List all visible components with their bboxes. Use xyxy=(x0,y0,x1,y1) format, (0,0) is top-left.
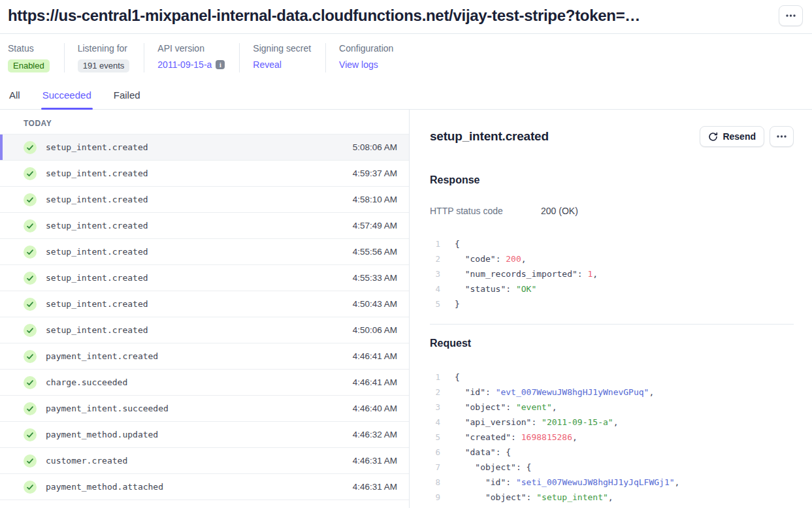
event-time: 4:46:32 AM xyxy=(353,430,397,439)
code-line: 6 "data": { xyxy=(430,445,794,460)
event-row[interactable]: setup_intent.created4:50:43 AM xyxy=(0,291,409,317)
event-name: payment_intent.created xyxy=(46,351,353,361)
meta-signing-secret: Signing secretReveal xyxy=(239,43,325,72)
code-text: "object": { xyxy=(455,460,531,475)
event-time: 4:50:43 AM xyxy=(353,299,397,309)
event-name: charge.succeeded xyxy=(46,377,353,387)
event-row[interactable]: payment_intent.succeeded4:46:40 AM xyxy=(0,396,409,422)
event-row[interactable]: setup_intent.created4:59:37 AM xyxy=(0,161,409,187)
event-row[interactable]: setup_intent.created4:55:56 AM xyxy=(0,239,409,265)
resend-button[interactable]: Resend xyxy=(700,126,764,147)
detail-actions: Resend xyxy=(700,126,794,147)
event-row[interactable]: setup_intent.created4:57:49 AM xyxy=(0,213,409,239)
event-row[interactable]: payment_intent.created4:46:41 AM xyxy=(0,343,409,370)
meta-configuration: ConfigurationView logs xyxy=(325,43,408,72)
event-time: 4:58:10 AM xyxy=(353,195,397,204)
meta-label-configuration: Configuration xyxy=(339,43,393,54)
event-time: 4:55:56 AM xyxy=(353,247,397,257)
event-name: setup_intent.created xyxy=(46,168,353,178)
line-number: 4 xyxy=(430,281,440,296)
event-row[interactable]: setup_intent.created4:58:10 AM xyxy=(0,187,409,213)
code-text: "created": 1698815286, xyxy=(455,430,577,445)
event-row[interactable]: charge.succeeded4:46:41 AM xyxy=(0,370,409,396)
success-check-icon xyxy=(24,481,37,494)
line-number: 2 xyxy=(430,251,440,266)
signing-secret-link[interactable]: Reveal xyxy=(253,59,282,70)
code-text: "status": "OK" xyxy=(455,281,536,296)
event-row[interactable]: customer.created4:46:31 AM xyxy=(0,448,409,474)
event-time: 4:46:40 AM xyxy=(353,404,397,413)
event-row[interactable]: setup_intent.created5:08:06 AM xyxy=(0,135,409,161)
ellipsis-icon xyxy=(777,135,787,138)
http-status-label: HTTP status code xyxy=(430,206,541,216)
request-heading: Request xyxy=(430,338,794,349)
http-status-row: HTTP status code 200 (OK) xyxy=(430,206,794,216)
code-line: 3 "object": "event", xyxy=(430,400,794,415)
success-check-icon xyxy=(24,454,37,468)
event-name: payment_method.attached xyxy=(46,482,353,492)
event-time: 4:57:49 AM xyxy=(353,221,397,230)
code-text: "object": "event", xyxy=(455,400,557,415)
line-number: 3 xyxy=(430,400,440,415)
success-check-icon xyxy=(24,428,37,441)
event-time: 5:08:06 AM xyxy=(353,142,397,152)
code-line: 7 "object": { xyxy=(430,460,794,475)
success-check-icon xyxy=(24,376,37,389)
code-line: 5} xyxy=(430,296,794,311)
event-row[interactable]: setup_intent.created4:55:33 AM xyxy=(0,265,409,291)
tab-all[interactable]: All xyxy=(8,89,22,109)
success-check-icon xyxy=(24,219,37,232)
line-number: 3 xyxy=(430,266,440,281)
code-line: 5 "created": 1698815286, xyxy=(430,430,794,445)
success-check-icon xyxy=(24,298,37,311)
code-line: 1{ xyxy=(430,370,794,385)
detail-overflow-button[interactable] xyxy=(770,126,794,147)
code-line: 4 "api_version": "2011-09-15-a", xyxy=(430,415,794,430)
event-name: payment_intent.succeeded xyxy=(46,404,353,413)
line-number: 5 xyxy=(430,296,440,311)
event-name: setup_intent.created xyxy=(46,195,353,204)
success-check-icon xyxy=(24,402,37,415)
success-check-icon xyxy=(24,272,37,285)
tab-succeeded[interactable]: Succeeded xyxy=(41,89,93,109)
resend-label: Resend xyxy=(723,131,756,142)
success-check-icon xyxy=(24,246,37,259)
refresh-icon xyxy=(708,132,718,142)
event-name: setup_intent.created xyxy=(46,325,353,335)
endpoint-meta-row: StatusEnabledListening for191 eventsAPI … xyxy=(0,34,812,72)
code-text: { xyxy=(455,236,460,251)
line-number: 8 xyxy=(430,475,440,490)
success-check-icon xyxy=(24,350,37,363)
code-line: 8 "id": "seti_007WewuJW8hgHJ1yJqLFWGj1", xyxy=(430,475,794,490)
success-check-icon xyxy=(24,324,37,337)
code-text: "object": "setup_intent", xyxy=(455,490,613,505)
event-row[interactable]: payment_method.attached4:46:31 AM xyxy=(0,474,409,500)
line-number: 4 xyxy=(430,415,440,430)
event-row[interactable]: payment_method.updated4:46:32 AM xyxy=(0,422,409,448)
event-time: 4:50:06 AM xyxy=(353,325,397,335)
code-text: "code": 200, xyxy=(455,251,527,266)
configuration-link[interactable]: View logs xyxy=(339,59,378,70)
line-number: 5 xyxy=(430,430,440,445)
ellipsis-icon xyxy=(786,14,796,17)
code-text: "api_version": "2011-09-15-a", xyxy=(455,415,618,430)
response-heading: Response xyxy=(430,174,794,186)
event-name: setup_intent.created xyxy=(46,221,353,230)
header-overflow-button[interactable] xyxy=(779,5,803,26)
meta-label-status: Status xyxy=(8,43,50,54)
code-line: 3 "num_records_imported": 1, xyxy=(430,266,794,281)
event-time: 4:59:37 AM xyxy=(353,168,397,178)
info-icon: i xyxy=(216,60,225,69)
tab-failed[interactable]: Failed xyxy=(112,89,142,109)
code-text: "id": "seti_007WewuJW8hgHJ1yJqLFWGj1", xyxy=(455,475,679,490)
api-version-link[interactable]: 2011-09-15-a xyxy=(157,59,212,70)
event-time: 4:46:31 AM xyxy=(353,482,397,492)
code-text: "data": { xyxy=(455,445,511,460)
event-title: setup_intent.created xyxy=(430,129,549,144)
line-number: 2 xyxy=(430,385,440,400)
event-list: TODAY setup_intent.created5:08:06 AMsetu… xyxy=(0,110,410,508)
event-time: 4:46:31 AM xyxy=(353,456,397,466)
meta-label-listening-for: Listening for xyxy=(78,43,130,54)
status-badge: Enabled xyxy=(8,59,50,72)
event-row[interactable]: setup_intent.created4:50:06 AM xyxy=(0,317,409,343)
